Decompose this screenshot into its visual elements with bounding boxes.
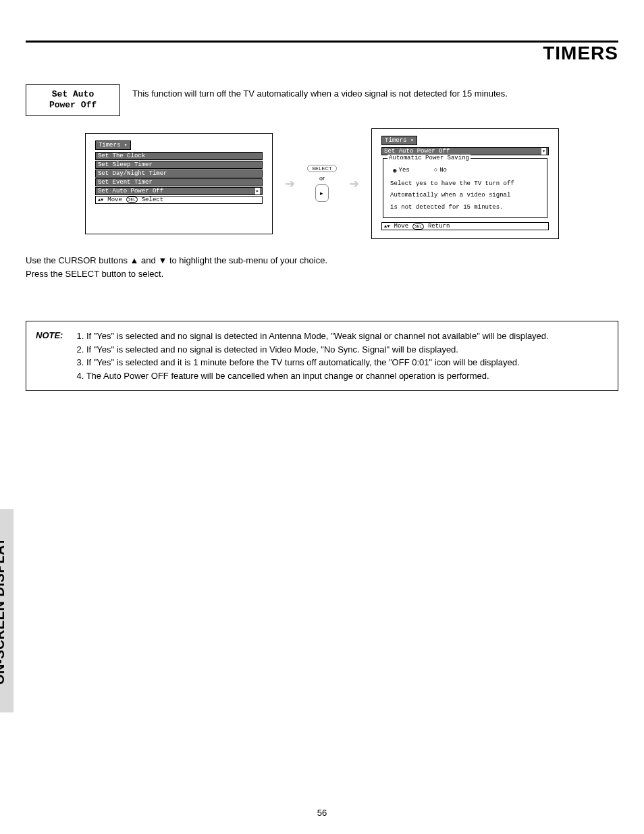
menu-item-label: Set The Clock (98, 152, 145, 160)
group-legend: Automatic Power Saving (387, 155, 471, 161)
page-title: TIMERS (26, 43, 618, 64)
footer-move-label: Move (394, 222, 409, 230)
updown-icon: ▲▼ (384, 222, 390, 230)
osd-right-footer: ▲▼ Move SEL Return (381, 222, 549, 230)
note-box: NOTE: 1. If "Yes" is selected and no sig… (26, 321, 618, 391)
middle-controls: SELECT or ▸ (307, 165, 337, 202)
radio-filled-icon (393, 167, 396, 174)
menu-item-label: Set Day/Night Timer (98, 170, 167, 178)
menu-item-set-sleep-timer[interactable]: Set Sleep Timer (95, 161, 263, 169)
or-label: or (319, 175, 325, 182)
feature-name-box: Set Auto Power Off (26, 84, 120, 116)
chevron-right-icon: ▸ (255, 188, 260, 194)
arrow-right-icon: ➔ (285, 178, 295, 190)
instruction-line-2: Press the SELECT button to select. (26, 267, 618, 281)
select-oval-icon: SEL (126, 197, 138, 203)
feature-name-line1: Set Auto (38, 89, 107, 100)
select-oval-icon: SEL (412, 224, 424, 230)
note-label: NOTE: (36, 330, 63, 382)
menu-item-set-day-night-timer[interactable]: Set Day/Night Timer (95, 170, 263, 178)
play-remote-button: ▸ (315, 184, 329, 202)
menu-item-label: Set Sleep Timer (98, 161, 153, 169)
osd-right-tab: Timers ▾ (381, 136, 417, 145)
page-number: 56 (0, 808, 644, 818)
chevron-down-icon: ▾ (410, 137, 414, 143)
radio-row: Yes No (393, 167, 543, 174)
osd-right-tab-label: Timers (385, 137, 406, 144)
note-item-3: 3. If "Yes" is selected and it is 1 minu… (76, 356, 548, 369)
section-side-tab: ON-SCREEN DISPLAY (0, 509, 14, 712)
radio-no-label: No (439, 167, 447, 174)
select-remote-button: SELECT (307, 165, 337, 172)
menu-item-set-event-timer[interactable]: Set Event Timer (95, 178, 263, 186)
note-list: 1. If "Yes" is selected and no signal is… (76, 330, 548, 382)
radio-yes[interactable]: Yes (393, 167, 410, 174)
help-line-2: Automatically when a video signal (390, 191, 543, 201)
menu-item-label: Set Auto Power Off (98, 187, 163, 195)
automatic-power-saving-group: Automatic Power Saving Yes No Select yes… (383, 158, 547, 219)
footer-move-label: Move (107, 196, 122, 204)
play-icon: ▸ (320, 190, 323, 197)
osd-left-tab-label: Timers (99, 142, 120, 149)
note-item-2: 2. If "Yes" is selected and no signal is… (76, 343, 548, 357)
menu-item-set-auto-power-off[interactable]: Set Auto Power Off▸ (95, 187, 263, 195)
feature-description: This function will turn off the TV autom… (132, 84, 508, 99)
help-line-1: Select yes to have the TV turn off (390, 180, 543, 189)
note-item-4: 4. The Auto Power OFF feature will be ca… (76, 369, 548, 383)
menu-item-set-the-clock[interactable]: Set The Clock (95, 152, 263, 160)
arrow-right-icon: ➔ (349, 178, 359, 190)
footer-return-label: Return (428, 222, 450, 230)
diagram-row: Timers ▾ Set The Clock Set Sleep Timer S… (26, 128, 618, 240)
instruction-line-1: Use the CURSOR buttons ▲ and ▼ to highli… (26, 254, 618, 267)
osd-left-footer: ▲▼ Move SEL Select (95, 196, 263, 204)
osd-left-tab: Timers ▾ (95, 140, 131, 150)
radio-no[interactable]: No (434, 167, 447, 174)
chevron-down-icon: ▾ (541, 148, 546, 155)
feature-name-line2: Power Off (38, 100, 107, 111)
updown-icon: ▲▼ (98, 196, 103, 204)
footer-select-label: Select (142, 196, 163, 204)
feature-row: Set Auto Power Off This function will tu… (26, 84, 618, 116)
osd-panel-right: Timers ▾ Set Auto Power Off▾ Automatic P… (371, 128, 559, 240)
note-item-1: 1. If "Yes" is selected and no signal is… (76, 330, 548, 343)
osd-panel-left: Timers ▾ Set The Clock Set Sleep Timer S… (85, 133, 273, 234)
menu-item-label: Set Event Timer (98, 178, 153, 186)
radio-empty-icon (434, 167, 437, 174)
help-line-3: is not detected for 15 minutes. (390, 203, 543, 213)
chevron-down-icon: ▾ (124, 142, 128, 148)
instructions-block: Use the CURSOR buttons ▲ and ▼ to highli… (26, 254, 618, 280)
radio-yes-label: Yes (399, 167, 410, 174)
